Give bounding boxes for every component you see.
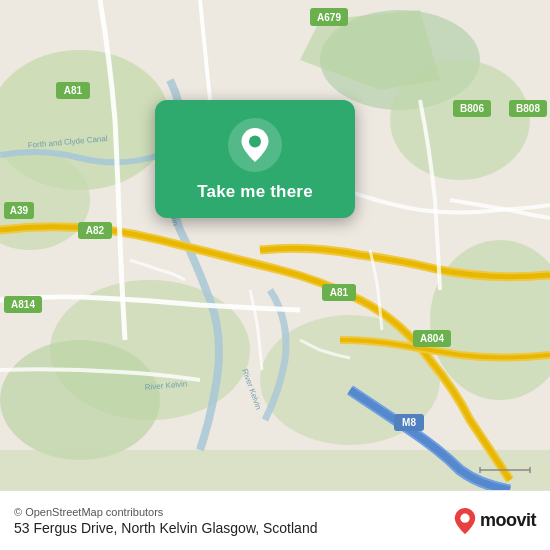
moovit-brand-text: moovit bbox=[480, 510, 536, 531]
svg-text:A81: A81 bbox=[330, 287, 349, 298]
footer-bar: © OpenStreetMap contributors 53 Fergus D… bbox=[0, 490, 550, 550]
take-me-there-label: Take me there bbox=[197, 182, 313, 202]
svg-point-7 bbox=[0, 340, 160, 460]
map-area: A679 A81 A82 A81 B806 B808 A804 M8 A814 … bbox=[0, 0, 550, 490]
moovit-pin-icon bbox=[454, 508, 476, 534]
take-me-there-card[interactable]: Take me there bbox=[155, 100, 355, 218]
svg-text:B806: B806 bbox=[460, 103, 484, 114]
svg-text:A814: A814 bbox=[11, 299, 35, 310]
svg-text:A82: A82 bbox=[86, 225, 105, 236]
svg-text:A81: A81 bbox=[64, 85, 83, 96]
address-text: 53 Fergus Drive, North Kelvin Glasgow, S… bbox=[14, 520, 448, 536]
svg-text:A679: A679 bbox=[317, 12, 341, 23]
svg-text:B808: B808 bbox=[516, 103, 540, 114]
moovit-logo-area: moovit bbox=[454, 508, 536, 534]
osm-copyright: © OpenStreetMap contributors bbox=[14, 506, 448, 518]
location-pin-icon bbox=[228, 118, 282, 172]
svg-point-39 bbox=[249, 136, 261, 148]
svg-text:A804: A804 bbox=[420, 333, 444, 344]
svg-point-40 bbox=[460, 513, 469, 522]
svg-text:A39: A39 bbox=[10, 205, 29, 216]
svg-text:M8: M8 bbox=[402, 417, 416, 428]
